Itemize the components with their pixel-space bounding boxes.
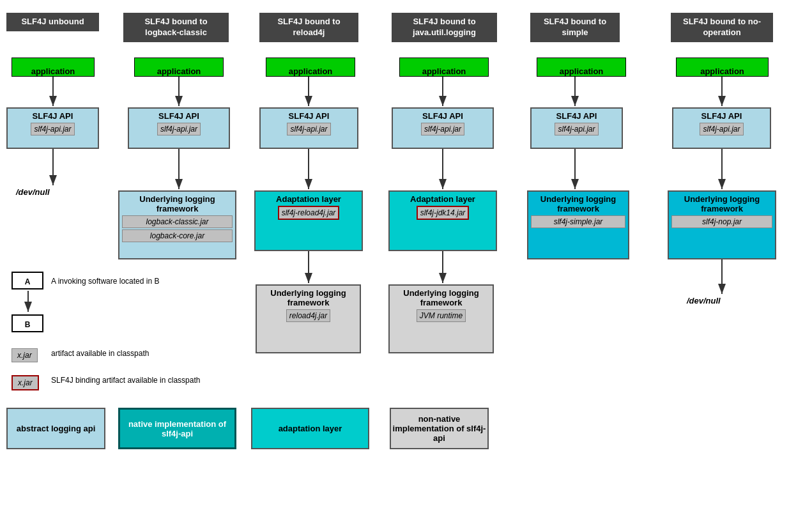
legend-invoke-text: A invoking software located in B [51,276,166,287]
adapt-title-3: Adaptation layer [258,194,359,204]
api-box-2: SLF4J API slf4j-api.jar [128,107,230,149]
diagram-area: SLF4J unbound SLF4J bound to logback-cla… [0,0,812,517]
bottom-legend-nonnative: non-native implementation of slf4j-api [390,408,489,449]
api-box-4: SLF4J API slf4j-api.jar [392,107,494,149]
framework-jar-2b: logback-core.jar [122,229,233,242]
col-header-4: SLF4J bound to java.util.logging [392,13,497,42]
api-title-4: SLF4J API [395,111,490,121]
adapt-box-3: Adaptation layer slf4j-reload4j.jar [254,190,363,251]
api-title-5: SLF4J API [534,111,619,121]
framework-title-5: Underlying logging framework [531,194,625,213]
api-jar-5: slf4j-api.jar [555,123,598,135]
framework-box-2: Underlying logging framework logback-cla… [118,190,236,259]
framework-box-5: Underlying logging framework slf4j-simpl… [527,190,629,259]
app-box-4: application [399,58,489,77]
app-box-3: application [266,58,355,77]
legend-jar-normal-text: artifact available in classpath [51,349,149,358]
app-box-1: application [11,58,95,77]
legend-jar-binding: x.jar [11,375,39,390]
framework-jar-6: slf4j-nop.jar [671,215,772,228]
api-box-3: SLF4J API slf4j-api.jar [259,107,358,149]
framework-title-6: Underlying logging framework [671,194,772,213]
api-box-5: SLF4J API slf4j-api.jar [530,107,623,149]
dev-null-6: /dev/null [687,296,721,305]
adapt-box-4: Adaptation layer slf4j-jdk14.jar [388,190,497,251]
adapt-jar-4: slf4j-jdk14.jar [417,206,470,220]
api-title-3: SLF4J API [263,111,355,121]
underlying-title-3: Underlying logging framework [259,288,357,307]
col-header-6: SLF4J bound to no-operation [671,13,773,42]
api-box-1: SLF4J API slf4j-api.jar [6,107,99,149]
app-box-5: application [537,58,626,77]
api-title-6: SLF4J API [676,111,767,121]
underlying-jar-4: JVM runtime [417,309,466,322]
underlying-title-4: Underlying logging framework [392,288,490,307]
col-header-2: SLF4J bound to logback-classic [123,13,229,42]
framework-box-6: Underlying logging framework slf4j-nop.j… [668,190,776,259]
framework-jar-2a: logback-classic.jar [122,215,233,228]
api-jar-3: slf4j-api.jar [287,123,330,135]
adapt-title-4: Adaptation layer [392,194,493,204]
api-jar-1: slf4j-api.jar [31,123,74,135]
legend-a-box: A [11,272,43,289]
framework-jar-5: slf4j-simple.jar [531,215,625,228]
bottom-legend-abstract: abstract logging api [6,408,105,449]
dev-null-1: /dev/null [16,187,50,197]
col-header-1: SLF4J unbound [6,13,99,31]
framework-title-2: Underlying logging framework [122,194,233,213]
api-box-6: SLF4J API slf4j-api.jar [672,107,771,149]
bottom-legend-adapt: adaptation layer [251,408,369,449]
legend-b-box: B [11,314,43,332]
underlying-box-3: Underlying logging framework reload4j.ja… [256,284,361,353]
col-header-3: SLF4J bound to reload4j [259,13,358,42]
api-jar-2: slf4j-api.jar [157,123,201,135]
app-box-2: application [134,58,224,77]
legend-jar-binding-text: SLF4J binding artifact available in clas… [51,376,249,385]
legend-jar-normal: x.jar [11,348,38,362]
api-title-2: SLF4J API [132,111,226,121]
adapt-jar-3: slf4j-reload4j.jar [278,206,340,220]
underlying-box-4: Underlying logging framework JVM runtime [388,284,494,353]
col-header-5: SLF4J bound to simple [530,13,620,42]
underlying-jar-3: reload4j.jar [286,309,330,322]
bottom-legend-native: native implementation of slf4j-api [118,408,236,449]
api-jar-6: slf4j-api.jar [700,123,743,135]
api-jar-4: slf4j-api.jar [421,123,464,135]
app-box-6: application [676,58,769,77]
api-title-1: SLF4J API [10,111,95,121]
